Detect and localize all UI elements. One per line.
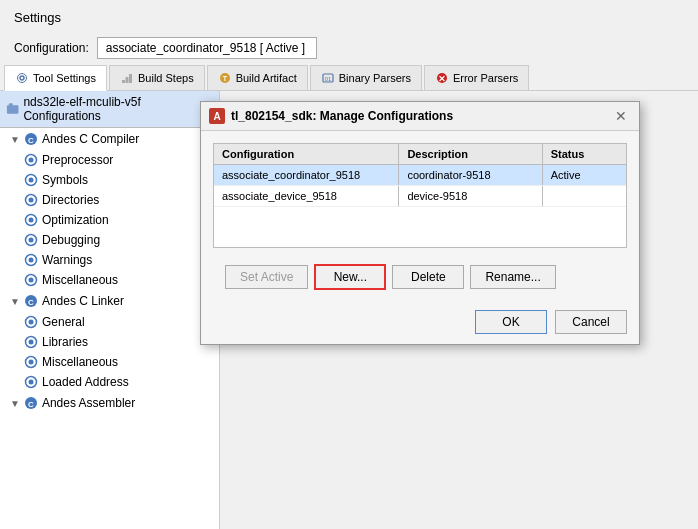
svg-text:01: 01: [324, 76, 331, 82]
tab-binary-parsers-label: Binary Parsers: [339, 72, 411, 84]
main-content: nds32le-elf-mculib-v5f Configurations ▼ …: [0, 91, 698, 529]
dialog-action-buttons: Set Active New... Delete Rename...: [213, 256, 627, 298]
row1-config: associate_coordinator_9518: [214, 165, 399, 185]
tab-error-parsers-label: Error Parsers: [453, 72, 518, 84]
tabs-bar: Tool Settings Build Steps T Build Artifa…: [0, 65, 698, 91]
dialog-title-icon: A: [209, 108, 225, 124]
row1-status: Active: [543, 165, 626, 185]
config-table-header: Configuration Description Status: [214, 144, 626, 165]
dialog-body: Configuration Description Status associa…: [201, 131, 639, 310]
col-header-description: Description: [399, 144, 542, 164]
row2-config: associate_device_9518: [214, 186, 399, 206]
window-title: Settings: [0, 0, 698, 31]
svg-text:✕: ✕: [438, 74, 446, 84]
error-icon: ✕: [435, 71, 449, 85]
manage-configurations-dialog: A tl_802154_sdk: Manage Configurations ✕…: [200, 101, 640, 345]
artifact-icon: T: [218, 71, 232, 85]
col-header-status: Status: [543, 144, 626, 164]
binary-icon: 01: [321, 71, 335, 85]
row1-description: coordinator-9518: [399, 165, 542, 185]
config-value: associate_coordinator_9518 [ Active ]: [97, 37, 317, 59]
table-spacer: [214, 207, 626, 247]
row2-description: device-9518: [399, 186, 542, 206]
svg-point-1: [18, 74, 27, 83]
dialog-title-left: A tl_802154_sdk: Manage Configurations: [209, 108, 453, 124]
svg-text:T: T: [223, 75, 228, 82]
dialog-overlay: A tl_802154_sdk: Manage Configurations ✕…: [0, 91, 698, 529]
delete-button[interactable]: Delete: [392, 265, 464, 289]
dialog-titlebar: A tl_802154_sdk: Manage Configurations ✕: [201, 102, 639, 131]
rename-button[interactable]: Rename...: [470, 265, 555, 289]
tab-build-artifact[interactable]: T Build Artifact: [207, 65, 308, 90]
tab-build-steps-label: Build Steps: [138, 72, 194, 84]
dialog-close-button[interactable]: ✕: [611, 108, 631, 124]
steps-icon: [120, 71, 134, 85]
set-active-button[interactable]: Set Active: [225, 265, 308, 289]
new-button[interactable]: New...: [314, 264, 386, 290]
tab-build-steps[interactable]: Build Steps: [109, 65, 205, 90]
svg-rect-3: [125, 77, 128, 83]
svg-point-0: [20, 76, 24, 80]
tab-build-artifact-label: Build Artifact: [236, 72, 297, 84]
tab-tool-settings[interactable]: Tool Settings: [4, 65, 107, 91]
tab-error-parsers[interactable]: ✕ Error Parsers: [424, 65, 529, 90]
config-bar: Configuration: associate_coordinator_951…: [0, 31, 698, 65]
table-row-coordinator[interactable]: associate_coordinator_9518 coordinator-9…: [214, 165, 626, 186]
dialog-title-text: tl_802154_sdk: Manage Configurations: [231, 109, 453, 123]
tab-binary-parsers[interactable]: 01 Binary Parsers: [310, 65, 422, 90]
row2-status: [543, 186, 626, 206]
svg-rect-2: [122, 80, 125, 83]
tab-tool-settings-label: Tool Settings: [33, 72, 96, 84]
gear-icon: [15, 71, 29, 85]
svg-rect-4: [129, 74, 132, 83]
cancel-button[interactable]: Cancel: [555, 310, 627, 334]
config-label: Configuration:: [14, 41, 89, 55]
config-table: Configuration Description Status associa…: [213, 143, 627, 248]
ok-cancel-area: OK Cancel: [201, 310, 639, 344]
ok-button[interactable]: OK: [475, 310, 547, 334]
table-row-device[interactable]: associate_device_9518 device-9518: [214, 186, 626, 207]
col-header-config: Configuration: [214, 144, 399, 164]
settings-window: Settings Configuration: associate_coordi…: [0, 0, 698, 529]
